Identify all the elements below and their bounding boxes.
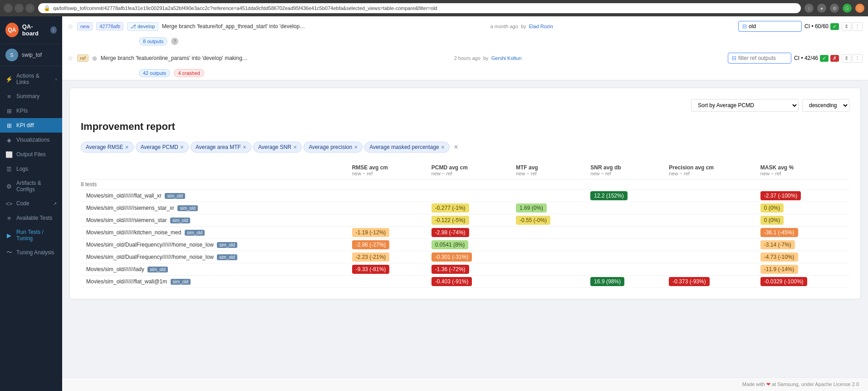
cell-value: -0.0329 (-100%)	[760, 277, 807, 286]
username: swip_tof	[22, 52, 42, 58]
sidebar-item-code[interactable]: <> Code ↗	[0, 196, 62, 211]
help-icon[interactable]: ?	[171, 38, 178, 45]
profile-icon[interactable]: ●	[817, 4, 826, 13]
mask-cell: -11.9 (-14%)	[755, 263, 849, 276]
filter-ref-input[interactable]	[738, 55, 779, 61]
sidebar-item-kpi-diff[interactable]: ⊞ KPI diff	[0, 118, 62, 133]
ref-ci-expand-btn[interactable]: ⇕	[842, 54, 851, 63]
precision-cell	[663, 202, 755, 214]
mtf-cell	[510, 263, 585, 276]
test-name[interactable]: Movies/sim_old///////siemens_star_xr	[86, 205, 174, 211]
table-row: Movies/sim_old///////kitchen_noise_med s…	[81, 227, 849, 239]
new-commit-msg: Merge branch 'feature/tof_app_thread_sta…	[162, 23, 305, 30]
bookmark-icon[interactable]: ☆	[804, 4, 814, 13]
rmse-cell: -9.33 (-81%)	[347, 263, 426, 276]
ref-outputs-badge: 42 outputs	[139, 69, 170, 77]
col-header-pcmd: PCMD avg cm new − ref	[426, 162, 510, 179]
test-name[interactable]: Movies/sim_old///////siemens_star	[86, 217, 167, 223]
filter-tag-close[interactable]: ×	[125, 144, 128, 151]
filter-tags: Average RMSE × Average PCMD × Average ar…	[81, 142, 849, 153]
ci-settings-btn[interactable]: ⋮	[852, 22, 863, 31]
filter-tag-label: Average SNR	[258, 144, 291, 150]
sidebar-item-tuning-analysis[interactable]: 〜 Tuning Analysis	[0, 245, 62, 260]
rmse-cell	[347, 214, 426, 227]
filter-tag-close[interactable]: ×	[243, 144, 246, 151]
col-header-snr: SNR avg db new − ref	[585, 162, 663, 179]
cell-value: 12.2 (152%)	[590, 191, 627, 200]
user-icon[interactable]: U	[855, 4, 864, 13]
snr-cell: 16.9 (98%)	[585, 276, 663, 288]
sidebar-item-kpis[interactable]: ⊞ KPIs	[0, 104, 62, 118]
filter-tag-label: Average RMSE	[86, 144, 123, 150]
filter-tag-close[interactable]: ×	[293, 144, 297, 151]
test-name[interactable]: Movies/sim_old///////lady	[86, 266, 144, 272]
snr-cell	[585, 239, 663, 251]
filter-tag-close[interactable]: ×	[180, 144, 184, 151]
filter-tag-rmse: Average RMSE ×	[81, 142, 134, 153]
filter-tag-close[interactable]: ×	[441, 144, 445, 151]
filter-text-input[interactable]	[749, 23, 790, 30]
sort-select[interactable]: Sort by Average PCMD Sort by Average RMS…	[691, 99, 799, 112]
test-name[interactable]: Movies/sim_old/DualFrequency///////home_…	[86, 242, 214, 248]
url-bar[interactable]: 🔒 qa/tof/swip_tof/commit/42778afb1fea31e…	[38, 3, 801, 13]
col-header-precision: Precision avg cm new − ref	[663, 162, 755, 179]
info-icon[interactable]: i	[50, 26, 57, 34]
back-button[interactable]: ‹	[4, 4, 13, 13]
ref-ci-settings-btn[interactable]: ⋮	[852, 54, 863, 63]
sidebar-item-output-files[interactable]: ⬜ Output Files	[0, 147, 62, 162]
sidebar-item-logs[interactable]: ☰ Logs	[0, 162, 62, 176]
ref-icon-area: ⊛	[92, 55, 97, 62]
extensions-icon[interactable]: ⚙	[830, 4, 839, 13]
sidebar-item-summary[interactable]: ≡ Summary	[0, 89, 62, 104]
new-author-link[interactable]: Elad Rozin	[529, 24, 553, 29]
snr-cell	[585, 202, 663, 214]
order-select[interactable]: descending ascending	[802, 99, 849, 112]
cell-value: -2.37 (-100%)	[760, 191, 801, 200]
table-row: Movies/sim_old/DualFrequency///////home_…	[81, 239, 849, 251]
sim-old-badge: sim_old	[165, 193, 185, 199]
filter-input-new[interactable]: ⊟	[738, 21, 802, 32]
filter-input-ref[interactable]: ⊟	[728, 53, 791, 64]
sim-old-badge: sim_old	[171, 279, 191, 285]
mtf-cell	[510, 190, 585, 202]
sidebar-item-run-tests-tuning[interactable]: ▶ Run Tests / Tuning	[0, 225, 62, 245]
sidebar-item-artifacts-configs[interactable]: ⚙ Artifacts & Configs	[0, 176, 62, 196]
test-name[interactable]: Movies/sim_old///////flat_wall@1m	[86, 278, 167, 285]
new-star-icon[interactable]: ☆	[68, 23, 74, 30]
filter-clear-button[interactable]: ×	[451, 143, 461, 152]
ref-author-link[interactable]: Gershi Koltun	[491, 55, 522, 61]
ci-check-badge: ✓	[830, 23, 839, 30]
mask-cell: -2.37 (-100%)	[755, 190, 849, 202]
new-hash-badge[interactable]: 42778afb	[96, 22, 123, 30]
ref-ci-area: ⊟ CI • 42/46 ✓ ✗ ⇕ ⋮	[728, 53, 863, 64]
menu-icon[interactable]: G	[843, 4, 852, 13]
sim-old-badge: sim_old	[217, 254, 237, 260]
filter-tag-close[interactable]: ×	[354, 144, 358, 151]
test-name[interactable]: Movies/sim_old///////kitchen_noise_med	[86, 229, 181, 236]
filter-ref-icon: ⊟	[732, 55, 736, 61]
table-row: Movies/sim_old///////flat_wall_xr sim_ol…	[81, 190, 849, 202]
forward-button[interactable]: ›	[15, 4, 24, 13]
cell-value: 0.0541 (8%)	[432, 240, 468, 249]
cell-value: -3.14 (-7%)	[760, 240, 795, 249]
mtf-cell	[510, 227, 585, 239]
ci-expand-btn[interactable]: ⇕	[842, 22, 851, 31]
ci-controls-ref[interactable]: ⇕ ⋮	[842, 54, 863, 63]
sim-old-badge: sim_old	[185, 230, 205, 236]
sidebar: QA QA-board i S swip_tof ⚡ Actions & Lin…	[0, 16, 62, 391]
browser-controls[interactable]: ‹ › ↺	[4, 4, 34, 13]
sidebar-item-label: Tuning Analysis	[16, 249, 54, 256]
cell-value: -2.96 (-27%)	[352, 240, 390, 249]
test-name[interactable]: Movies/sim_old/DualFrequency///////home_…	[86, 254, 214, 260]
refresh-button[interactable]: ↺	[25, 4, 34, 13]
row-name-cell: Movies/sim_old///////siemens_star_xr sim…	[81, 202, 347, 214]
sidebar-item-available-tests[interactable]: ≡ Available Tests	[0, 211, 62, 225]
ref-star-icon[interactable]: ☆	[68, 54, 74, 62]
sidebar-item-actions-links[interactable]: ⚡ Actions & Links ›	[0, 69, 62, 89]
sidebar-item-visualizations[interactable]: ◈ Visualizations	[0, 133, 62, 147]
ci-controls-new[interactable]: ⇕ ⋮	[842, 22, 863, 31]
test-name[interactable]: Movies/sim_old///////flat_wall_xr	[86, 193, 162, 199]
row-name-cell: Movies/sim_old///////siemens_star sim_ol…	[81, 214, 347, 227]
app-container: QA QA-board i S swip_tof ⚡ Actions & Lin…	[0, 16, 868, 391]
browser-right-icons: ☆ ● ⚙ G U	[804, 4, 864, 13]
